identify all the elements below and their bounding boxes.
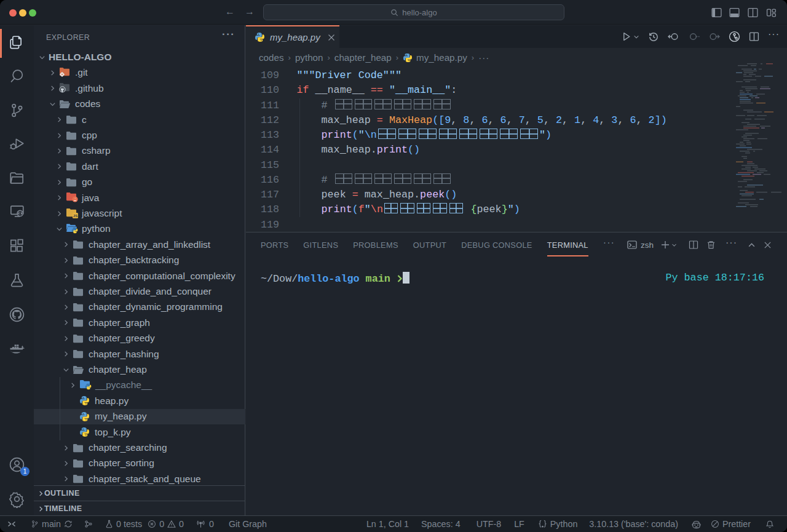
svg-text:JS: JS <box>73 214 77 218</box>
